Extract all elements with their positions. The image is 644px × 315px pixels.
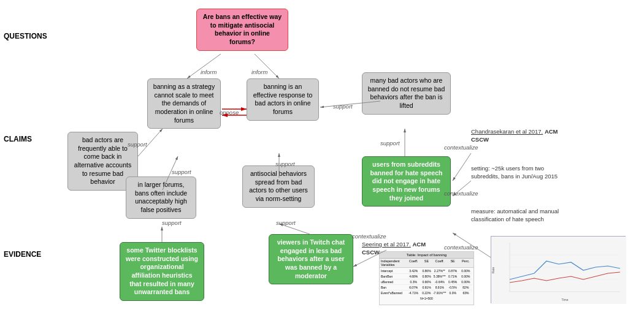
claim-false-positives: in larger forums, bans often include una… (126, 176, 196, 219)
svg-rect-0 (491, 237, 626, 304)
question-node: Are bans an effective way to mitigate an… (196, 9, 288, 51)
ref-chandrasekaran-measure: measure: automatical and manual classifi… (471, 207, 572, 224)
claim-no-resume: many bad actors who are banned do not re… (362, 72, 451, 115)
section-evidence: EVIDENCE (4, 250, 41, 259)
claim-norm-setting: antisocial behaviors spread from bad act… (242, 165, 315, 208)
edge-support2: support (333, 103, 353, 110)
claim-banning-scale: banning as a strategy cannot scale to me… (147, 78, 221, 129)
evidence-table: Table: Impact of banning Independent Var… (379, 251, 474, 305)
edge-inform1: inform (201, 69, 217, 75)
edge-contextualize1: contextualize (444, 144, 478, 151)
diagram-container: QUESTIONS CLAIMS EVIDENCE Are bans an ef… (0, 0, 644, 315)
ref-chandrasekaran: Chandrasekaran et al 2017. ACM CSCW (471, 127, 569, 144)
svg-line-21 (453, 153, 471, 181)
edge-contextualize4: contextualize (444, 244, 478, 251)
section-questions: QUESTIONS (4, 32, 47, 40)
edge-oppose: oppose (220, 109, 239, 116)
svg-text:Rate: Rate (491, 267, 495, 274)
claim-banning-effective: banning is an effective response to bad … (247, 78, 319, 121)
section-claims: CLAIMS (4, 135, 32, 143)
edge-contextualize2: contextualize (444, 190, 478, 197)
claim-subreddit-banned: users from subreddits banned for hate sp… (362, 156, 451, 207)
evidence-twitter-blocklists: some Twitter blocklists were constructed… (120, 242, 204, 301)
edge-support7: support (275, 161, 295, 167)
edge-support1: support (128, 141, 147, 148)
svg-text:Time: Time (562, 298, 569, 302)
edge-inform2: inform (251, 69, 267, 75)
line-chart-svg: Time Rate (491, 237, 626, 304)
edge-support5: support (380, 140, 400, 146)
edge-support4: support (276, 219, 296, 226)
evidence-twitch-chat: viewers in Twitch chat engaged in less b… (269, 234, 353, 284)
ref-chandrasekaran-setting: setting: ~25k users from two subreddits,… (471, 164, 572, 181)
edge-contextualize3: contextualize (352, 233, 386, 240)
edge-support6: support (172, 169, 191, 175)
edge-support3: support (162, 219, 182, 226)
evidence-chart: Time Rate (491, 236, 626, 303)
